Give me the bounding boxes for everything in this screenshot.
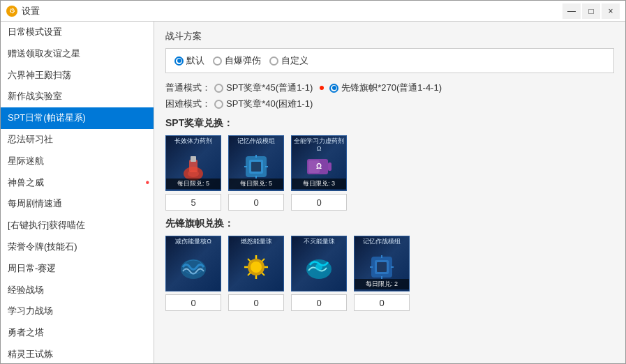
pioneer-item-count-3[interactable] xyxy=(354,294,410,311)
spt-item-name-1: 记忆作战模组 xyxy=(229,137,283,145)
spt-item-1: 记忆作战模组 每日限兑: 5 xyxy=(228,135,284,211)
normal-mode-option-0[interactable]: SPT奖章*45(普通1-1) xyxy=(214,82,313,94)
pioneer-item-name-0: 减伤能量核Ω xyxy=(166,238,221,245)
sidebar-item-10[interactable]: 荣誉令牌(技能石) xyxy=(1,236,154,258)
battle-plan-title: 战斗方案 xyxy=(165,30,614,43)
window-icon: ⚙ xyxy=(6,6,17,17)
spt-item-box-1: 记忆作战模组 每日限兑: 5 xyxy=(228,135,284,191)
normal-radio-1 xyxy=(329,84,338,93)
sidebar: 日常模式设置赠送领取友谊之星六界神王殿扫荡新作战实验室SPT日常(帕诺星系)忍法… xyxy=(1,22,154,363)
spt-item-box-2: 全能学习力虚药剂Ω Ω 每日限兑: 3 xyxy=(291,135,347,191)
window-controls: — □ × xyxy=(562,3,620,19)
spt-exchange-title: SPT奖章兑换： xyxy=(165,117,614,130)
svg-line-26 xyxy=(262,273,264,275)
battle-plan-options: 默认自爆弹伤自定义 xyxy=(174,54,308,67)
spt-item-badge-0: 每日限兑: 5 xyxy=(166,179,221,189)
spt-item-count-0[interactable] xyxy=(165,194,221,211)
content-area: 日常模式设置赠送领取友谊之星六界神王殿扫荡新作战实验室SPT日常(帕诺星系)忍法… xyxy=(1,22,625,363)
sidebar-item-15[interactable]: 精灵王试炼 xyxy=(1,344,154,363)
svg-point-3 xyxy=(188,170,199,177)
svg-point-18 xyxy=(251,261,262,273)
normal-option-text-1: 先锋旗帜*270(普通1-4-1) xyxy=(341,82,442,94)
svg-rect-31 xyxy=(377,262,387,272)
svg-line-25 xyxy=(248,273,251,275)
normal-mode-options: SPT奖章*45(普通1-1)先锋旗帜*270(普通1-4-1) xyxy=(214,82,442,94)
sidebar-item-14[interactable]: 勇者之塔 xyxy=(1,322,154,344)
hard-mode-option-0[interactable]: SPT奖章*40(困难1-1) xyxy=(214,98,313,110)
sidebar-item-6[interactable]: 星际迷航 xyxy=(1,151,154,172)
pioneer-item-3: 记忆作战模组 每日限兑: 2 xyxy=(354,236,410,311)
sidebar-item-13[interactable]: 学习力战场 xyxy=(1,301,154,322)
main-panel: 战斗方案 默认自爆弹伤自定义 普通模式： SPT奖章*45(普通1-1)先锋旗帜… xyxy=(154,22,625,363)
spt-item-name-0: 长效体力药剂 xyxy=(166,137,221,145)
minimize-button[interactable]: — xyxy=(562,3,581,19)
svg-rect-6 xyxy=(251,162,261,172)
sidebar-item-8[interactable]: 每周剧情速通 xyxy=(1,193,154,215)
radio-label-text-0: 默认 xyxy=(186,54,204,67)
radio-circle-1 xyxy=(213,56,222,66)
pioneer-item-name-2: 不灭能量珠 xyxy=(292,238,346,245)
pioneer-item-box-1: 燃怒能量珠 xyxy=(228,236,284,291)
spt-item-name-2: 全能学习力虚药剂Ω xyxy=(292,137,346,153)
pioneer-item-icon-2 xyxy=(301,250,336,285)
pioneer-exchange-items: 减伤能量核Ω 燃怒能量珠 不灭能量珠 记忆作战模组 xyxy=(165,236,614,311)
maximize-button[interactable]: □ xyxy=(582,3,600,19)
normal-mode-option-1[interactable]: 先锋旗帜*270(普通1-4-1) xyxy=(329,82,442,94)
pioneer-item-count-0[interactable] xyxy=(165,294,221,311)
red-dot-indicator xyxy=(320,86,324,90)
title-bar: ⚙ 设置 — □ × xyxy=(1,1,625,22)
spt-item-0: 长效体力药剂 每日限兑: 5 xyxy=(165,135,221,211)
sidebar-item-12[interactable]: 经验战场 xyxy=(1,280,154,301)
battle-plan-option-1[interactable]: 自爆弹伤 xyxy=(213,54,261,67)
svg-line-23 xyxy=(248,259,251,261)
normal-mode-row: 普通模式： SPT奖章*45(普通1-1)先锋旗帜*270(普通1-4-1) xyxy=(165,82,614,94)
radio-label-text-1: 自爆弹伤 xyxy=(225,54,261,67)
pioneer-item-0: 减伤能量核Ω xyxy=(165,236,221,311)
sidebar-item-7[interactable]: 神兽之威 xyxy=(1,172,154,194)
window-title: 设置 xyxy=(22,5,562,17)
sidebar-item-3[interactable]: 新作战实验室 xyxy=(1,86,154,107)
sidebar-item-0[interactable]: 日常模式设置 xyxy=(1,22,154,43)
sidebar-item-5[interactable]: 忍法研习社 xyxy=(1,129,154,151)
battle-plan-box: 默认自爆弹伤自定义 xyxy=(165,48,614,73)
svg-rect-2 xyxy=(191,156,196,162)
pioneer-item-icon-1 xyxy=(239,250,274,285)
battle-plan-option-0[interactable]: 默认 xyxy=(174,54,204,67)
spt-item-box-0: 长效体力药剂 每日限兑: 5 xyxy=(165,135,221,191)
pioneer-item-box-0: 减伤能量核Ω xyxy=(165,236,221,291)
sidebar-item-1[interactable]: 赠送领取友谊之星 xyxy=(1,43,154,65)
pioneer-item-badge-3: 每日限兑: 2 xyxy=(355,279,409,289)
sidebar-item-9[interactable]: [右键执行]获得喵佐 xyxy=(1,215,154,236)
normal-radio-0 xyxy=(214,84,223,93)
radio-circle-2 xyxy=(269,56,278,66)
spt-exchange-items: 长效体力药剂 每日限兑: 5记忆作战模组 每日限兑: 5全能学习力虚药剂Ω Ω … xyxy=(165,135,614,211)
hard-mode-row: 困难模式： SPT奖章*40(困难1-1) xyxy=(165,98,614,110)
sidebar-item-11[interactable]: 周日常-赛逻 xyxy=(1,258,154,280)
hard-radio-0 xyxy=(214,100,223,109)
svg-point-28 xyxy=(315,264,322,271)
spt-exchange-section: SPT奖章兑换： 长效体力药剂 每日限兑: 5记忆作战模组 每日限兑: 5全能学… xyxy=(165,117,614,211)
normal-mode-label: 普通模式： xyxy=(165,82,214,94)
pioneer-exchange-section: 先锋旗帜兑换： 减伤能量核Ω 燃怒能量珠 不灭能量珠 记忆作战模组 xyxy=(165,218,614,311)
battle-plan-option-2[interactable]: 自定义 xyxy=(269,54,308,67)
radio-label-text-2: 自定义 xyxy=(281,54,308,67)
pioneer-item-1: 燃怒能量珠 xyxy=(228,236,284,311)
pioneer-item-name-3: 记忆作战模组 xyxy=(355,238,409,245)
spt-item-2: 全能学习力虚药剂Ω Ω 每日限兑: 3 xyxy=(291,135,347,211)
spt-item-count-1[interactable] xyxy=(228,194,284,211)
svg-line-24 xyxy=(262,259,264,261)
pioneer-item-count-1[interactable] xyxy=(228,294,284,311)
pioneer-item-count-2[interactable] xyxy=(291,294,347,311)
pioneer-exchange-title: 先锋旗帜兑换： xyxy=(165,218,614,230)
main-window: ⚙ 设置 — □ × 日常模式设置赠送领取友谊之星六界神王殿扫荡新作战实验室SP… xyxy=(0,0,626,364)
pioneer-item-2: 不灭能量珠 xyxy=(291,236,347,311)
close-button[interactable]: × xyxy=(602,3,620,19)
spt-item-count-2[interactable] xyxy=(291,194,347,211)
hard-option-text-0: SPT奖章*40(困难1-1) xyxy=(226,98,313,110)
pioneer-item-icon-0 xyxy=(176,250,211,285)
sidebar-item-2[interactable]: 六界神王殿扫荡 xyxy=(1,65,154,86)
spt-item-badge-1: 每日限兑: 5 xyxy=(229,179,283,189)
svg-rect-12 xyxy=(328,162,331,171)
sidebar-item-4[interactable]: SPT日常(帕诺星系) xyxy=(1,107,154,129)
hard-mode-label: 困难模式： xyxy=(165,98,214,110)
